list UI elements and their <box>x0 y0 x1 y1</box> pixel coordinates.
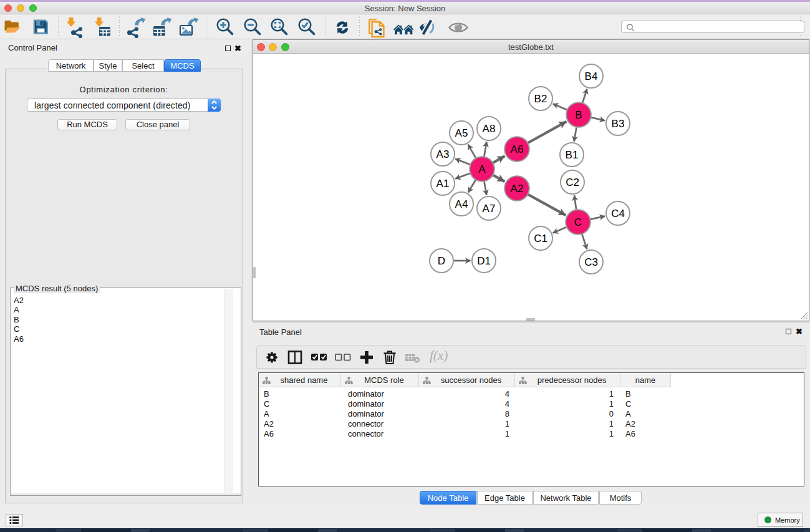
svg-text:C4: C4 <box>611 208 625 220</box>
svg-text:A6: A6 <box>511 143 524 155</box>
svg-text:D1: D1 <box>477 255 491 267</box>
svg-text:B2: B2 <box>534 93 547 105</box>
svg-text:B4: B4 <box>585 70 598 82</box>
svg-text:A2: A2 <box>511 183 524 195</box>
svg-text:D: D <box>438 255 445 267</box>
svg-text:C2: C2 <box>566 177 579 188</box>
svg-text:B1: B1 <box>566 149 579 161</box>
svg-text:A4: A4 <box>455 198 468 210</box>
svg-text:A8: A8 <box>483 123 496 135</box>
svg-text:A: A <box>478 163 486 175</box>
svg-text:A7: A7 <box>483 203 496 215</box>
svg-text:A1: A1 <box>436 178 450 190</box>
svg-text:B: B <box>575 109 582 121</box>
svg-text:C: C <box>574 216 582 228</box>
svg-text:B3: B3 <box>612 118 625 130</box>
svg-text:A3: A3 <box>436 148 450 160</box>
svg-text:C1: C1 <box>534 233 547 244</box>
svg-text:A5: A5 <box>455 127 468 139</box>
svg-text:C3: C3 <box>584 256 598 268</box>
